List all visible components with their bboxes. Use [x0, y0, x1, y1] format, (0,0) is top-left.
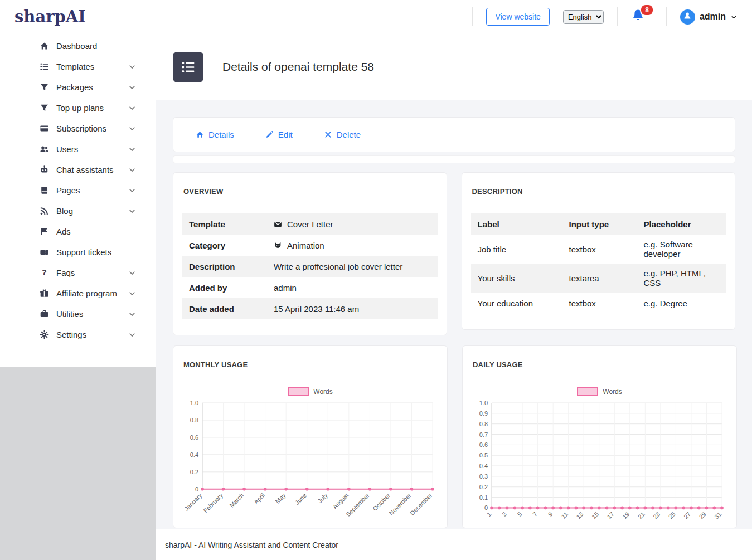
legend-label: Words: [313, 388, 332, 396]
legend-label: Words: [603, 388, 622, 396]
svg-text:March: March: [228, 492, 245, 509]
daily-usage-card: DAILY USAGE Words 1.00.90.80.70.60.50.40…: [462, 345, 737, 528]
sidebar-item-settings[interactable]: Settings: [0, 324, 156, 345]
column-header: Input type: [562, 213, 637, 235]
chevron-down-icon: [128, 207, 136, 215]
overview-title: OVERVIEW: [183, 187, 438, 196]
sidebar-item-affiliate-program[interactable]: Affiliate program: [0, 283, 156, 304]
description-title: DESCRIPTION: [472, 187, 726, 196]
svg-text:7: 7: [531, 510, 538, 518]
footer-text: sharpAI - AI Writing Assistant and Conte…: [165, 540, 338, 549]
svg-text:January: January: [183, 491, 203, 512]
sidebar-item-subscriptions[interactable]: Subscriptions: [0, 118, 156, 139]
gear-icon: [39, 330, 49, 339]
credit-card-icon: [39, 124, 49, 133]
user-name: admin: [700, 12, 726, 22]
sidebar-item-blog[interactable]: Blog: [0, 201, 156, 221]
table-row: Date added15 April 2023 11:46 am: [182, 298, 438, 319]
svg-text:0.6: 0.6: [190, 434, 198, 441]
svg-text:0.7: 0.7: [479, 431, 488, 438]
svg-text:0.8: 0.8: [479, 421, 488, 427]
row-label: Description: [182, 256, 267, 277]
column-header: Placeholder: [637, 213, 726, 235]
column-header: Label: [471, 213, 562, 235]
sidebar-item-users[interactable]: Users: [0, 139, 156, 159]
cell: textarea: [562, 264, 637, 293]
funnel-icon: [39, 82, 49, 92]
chart-legend[interactable]: Words: [472, 387, 727, 396]
language-select[interactable]: English: [563, 10, 604, 24]
overview-table: TemplateCover LetterCategoryAnimationDes…: [182, 213, 438, 319]
sidebar-item-support-tickets[interactable]: Support tickets: [0, 242, 156, 262]
row-label: Template: [182, 213, 267, 235]
tab-label: Details: [208, 130, 234, 139]
footer: sharpAI - AI Writing Assistant and Conte…: [156, 529, 752, 560]
list-icon: [181, 60, 196, 75]
row-value: Animation: [267, 235, 438, 256]
brand-logo[interactable]: sharpAI: [14, 7, 86, 26]
legend-swatch: [288, 387, 309, 396]
sidebar-item-faqs[interactable]: ? Faqs: [0, 262, 156, 283]
tab-delete[interactable]: Delete: [324, 130, 361, 139]
monthly-usage-title: MONTHLY USAGE: [183, 361, 438, 369]
svg-text:0.6: 0.6: [479, 441, 488, 448]
chart-legend[interactable]: Words: [182, 387, 438, 396]
users-icon: [39, 144, 49, 154]
tab-label: Edit: [278, 130, 293, 139]
svg-text:1.0: 1.0: [190, 400, 198, 406]
svg-text:0.1: 0.1: [479, 494, 488, 501]
table-header-row: LabelInput typePlaceholder: [471, 213, 726, 235]
briefcase-icon: [39, 309, 49, 319]
svg-text:17: 17: [606, 510, 615, 520]
tab-details[interactable]: Details: [196, 130, 234, 139]
chevron-down-icon: [128, 63, 136, 71]
row-value: admin: [267, 277, 438, 298]
user-menu[interactable]: admin: [680, 9, 738, 25]
sidebar-item-packages[interactable]: Packages: [0, 77, 156, 98]
daily-usage-title: DAILY USAGE: [473, 361, 727, 369]
row-label: Date added: [182, 298, 267, 319]
book-icon: [39, 186, 49, 195]
daily-usage-chart: 1.00.90.80.70.60.50.40.30.20.10135791113…: [472, 398, 727, 522]
svg-text:0.2: 0.2: [479, 484, 488, 490]
svg-text:July: July: [316, 491, 329, 504]
svg-text:April: April: [253, 492, 266, 505]
sidebar-item-ads[interactable]: Ads: [0, 221, 156, 242]
svg-text:15: 15: [590, 510, 600, 520]
svg-text:1: 1: [486, 510, 493, 518]
svg-text:0: 0: [195, 486, 198, 493]
cell: e.g. PHP, HTML, CSS: [637, 264, 726, 293]
envelope-icon: [274, 220, 282, 228]
svg-text:25: 25: [667, 510, 677, 520]
sidebar-item-dashboard[interactable]: Dashboard: [0, 36, 156, 56]
chevron-down-icon: [128, 166, 136, 174]
home-icon: [196, 130, 204, 139]
sidebar-item-templates[interactable]: Templates: [0, 56, 156, 77]
svg-text:February: February: [202, 491, 224, 514]
row-label: Added by: [182, 277, 267, 298]
sidebar-item-top-up-plans[interactable]: Top up plans: [0, 98, 156, 118]
svg-text:0.3: 0.3: [479, 473, 488, 480]
row-value: Write a proffesional job cover letter: [267, 256, 438, 277]
sidebar-item-chat-assistants[interactable]: Chat assistants: [0, 159, 156, 180]
overview-card: OVERVIEW TemplateCover LetterCategoryAni…: [173, 172, 447, 335]
blog-icon: [39, 206, 49, 216]
sidebar-item-pages[interactable]: Pages: [0, 180, 156, 201]
svg-text:0.2: 0.2: [190, 469, 198, 475]
sidebar-nav: Dashboard Templates Packages Top up plan…: [0, 36, 156, 345]
divider: [666, 7, 667, 26]
cell: Your education: [471, 293, 562, 314]
detail-cards-row: OVERVIEW TemplateCover LetterCategoryAni…: [173, 172, 735, 335]
svg-text:9: 9: [547, 510, 554, 518]
notifications-button[interactable]: 8: [631, 8, 653, 26]
view-website-button[interactable]: View website: [486, 8, 549, 26]
svg-text:31: 31: [713, 510, 722, 520]
sidebar-item-utilities[interactable]: Utilities: [0, 304, 156, 324]
cell: e.g. Degree: [637, 293, 726, 314]
svg-text:1.0: 1.0: [479, 400, 488, 406]
chevron-down-icon: [128, 145, 136, 153]
svg-text:November: November: [387, 491, 413, 517]
robot-icon: [39, 165, 49, 174]
table-row: CategoryAnimation: [182, 235, 438, 256]
tab-edit[interactable]: Edit: [265, 130, 293, 139]
